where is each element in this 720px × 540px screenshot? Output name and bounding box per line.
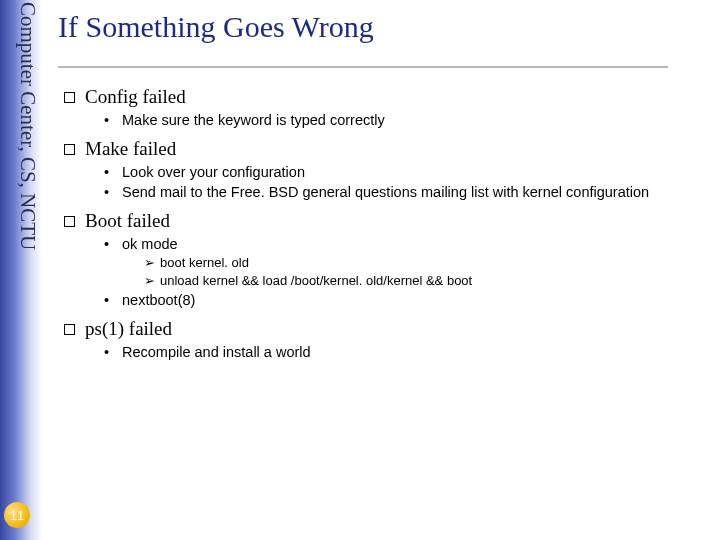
dot-bullet-icon: • (104, 236, 122, 252)
sub-bullet-text: unload kernel && load /boot/kernel. old/… (160, 273, 472, 288)
checkbox-bullet-icon (64, 144, 75, 155)
slide-body: Config failed •Make sure the keyword is … (58, 86, 720, 360)
bullet-item: •Send mail to the Free. BSD general ques… (104, 184, 720, 200)
dot-bullet-icon: • (104, 112, 122, 128)
sidebar-text: Computer Center, CS, NCTU (15, 2, 40, 42)
bullet-item: •Recompile and install a world (104, 344, 720, 360)
section-boot-failed: Boot failed (64, 210, 720, 232)
triangle-bullet-icon: ➢ (144, 273, 160, 288)
sub-bullet-item: ➢boot kernel. old (144, 255, 720, 270)
bullet-item: •Make sure the keyword is typed correctl… (104, 112, 720, 128)
bullet-item: •nextboot(8) (104, 292, 720, 308)
heading-text: Boot failed (85, 210, 170, 231)
heading-text: Make failed (85, 138, 176, 159)
slide: Computer Center, CS, NCTU 11 If Somethin… (0, 0, 720, 540)
bullet-text: Send mail to the Free. BSD general quest… (122, 184, 649, 200)
title-divider (58, 66, 668, 68)
bullet-text: nextboot(8) (122, 292, 195, 308)
sidebar-text-wrap: Computer Center, CS, NCTU (2, 2, 42, 342)
section-config-failed: Config failed (64, 86, 720, 108)
triangle-bullet-icon: ➢ (144, 255, 160, 270)
bullet-text: Look over your configuration (122, 164, 305, 180)
sub-bullet-text: boot kernel. old (160, 255, 249, 270)
sub-bullet-item: ➢unload kernel && load /boot/kernel. old… (144, 273, 720, 288)
bullet-item: •ok mode (104, 236, 720, 252)
page-number-badge: 11 (4, 502, 30, 528)
dot-bullet-icon: • (104, 292, 122, 308)
heading-text: Config failed (85, 86, 186, 107)
section-ps-failed: ps(1) failed (64, 318, 720, 340)
page-number: 11 (10, 508, 24, 523)
heading-text: ps(1) failed (85, 318, 172, 339)
bullet-text: Make sure the keyword is typed correctly (122, 112, 385, 128)
content-area: If Something Goes Wrong Config failed •M… (58, 0, 720, 540)
checkbox-bullet-icon (64, 324, 75, 335)
slide-title: If Something Goes Wrong (58, 10, 720, 44)
checkbox-bullet-icon (64, 92, 75, 103)
sidebar-gradient: Computer Center, CS, NCTU 11 (0, 0, 42, 540)
dot-bullet-icon: • (104, 184, 122, 200)
dot-bullet-icon: • (104, 344, 122, 360)
checkbox-bullet-icon (64, 216, 75, 227)
section-make-failed: Make failed (64, 138, 720, 160)
bullet-text: Recompile and install a world (122, 344, 311, 360)
bullet-item: •Look over your configuration (104, 164, 720, 180)
dot-bullet-icon: • (104, 164, 122, 180)
bullet-text: ok mode (122, 236, 178, 252)
